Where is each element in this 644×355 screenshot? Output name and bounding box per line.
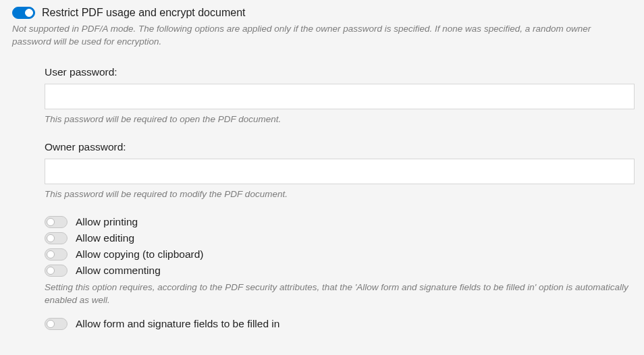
owner-password-help: This password will be required to modify… xyxy=(45,188,632,201)
allow-copying-label: Allow copying (to clipboard) xyxy=(76,248,204,261)
allow-form-fill-row: Allow form and signature fields to be fi… xyxy=(45,318,632,330)
restrict-pdf-help: Not supported in PDF/A mode. The followi… xyxy=(12,23,632,49)
user-password-help: This password will be required to open t… xyxy=(45,113,632,126)
allow-form-fill-label: Allow form and signature fields to be fi… xyxy=(76,318,279,330)
user-password-group: User password: This password will be req… xyxy=(45,66,632,126)
allow-copying-row: Allow copying (to clipboard) xyxy=(45,248,632,261)
owner-password-label: Owner password: xyxy=(45,141,632,153)
allow-editing-label: Allow editing xyxy=(76,232,134,244)
allow-commenting-toggle[interactable] xyxy=(45,265,68,277)
allow-printing-row: Allow printing xyxy=(45,216,632,228)
user-password-input[interactable] xyxy=(45,84,635,109)
allow-commenting-label: Allow commenting xyxy=(76,265,161,277)
permission-options: Allow printing Allow editing Allow copyi… xyxy=(45,216,632,277)
owner-password-group: Owner password: This password will be re… xyxy=(45,141,632,201)
settings-indent-block: User password: This password will be req… xyxy=(45,66,632,330)
restrict-pdf-header: Restrict PDF usage and encrypt document xyxy=(12,7,632,19)
restrict-pdf-toggle[interactable] xyxy=(12,7,35,19)
allow-commenting-row: Allow commenting xyxy=(45,265,632,277)
restrict-pdf-label: Restrict PDF usage and encrypt document xyxy=(42,7,245,19)
allow-editing-row: Allow editing xyxy=(45,232,632,244)
owner-password-input[interactable] xyxy=(45,159,635,184)
user-password-label: User password: xyxy=(45,66,632,78)
allow-printing-toggle[interactable] xyxy=(45,216,68,228)
allow-form-fill-toggle[interactable] xyxy=(45,318,68,330)
allow-copying-toggle[interactable] xyxy=(45,248,68,261)
allow-editing-toggle[interactable] xyxy=(45,232,68,244)
allow-printing-label: Allow printing xyxy=(76,216,138,228)
commenting-help-text: Setting this option requires, according … xyxy=(45,281,632,307)
